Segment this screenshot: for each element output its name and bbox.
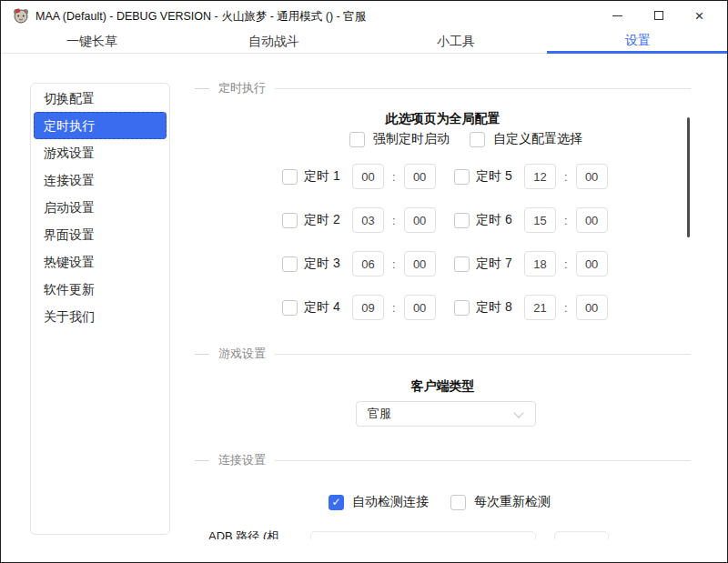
tab-settings[interactable]: 设置 <box>547 30 728 54</box>
timer-checkbox[interactable] <box>454 300 470 316</box>
connection-options-row: ✓ 自动检测连接 每次重新检测 <box>329 494 551 510</box>
timer-checkbox[interactable] <box>454 213 470 228</box>
settings-content: 定时执行 此选项页为全局配置 强制定时启动 自定义配置选择 定时 1:定时 5:… <box>1 54 728 539</box>
section-header-connection: 连接设置 <box>195 453 691 467</box>
app-logo-icon <box>13 7 29 24</box>
checkbox-icon[interactable] <box>470 132 485 147</box>
checkbox-icon[interactable] <box>450 495 466 510</box>
timer-checkbox[interactable] <box>282 213 298 228</box>
timer-label: 定时 4 <box>304 299 346 316</box>
time-colon: : <box>564 257 568 271</box>
timer-checkbox[interactable] <box>454 256 470 272</box>
timer-minute-input[interactable] <box>576 207 608 233</box>
checkbox-icon[interactable] <box>349 132 365 147</box>
timer-checkbox[interactable] <box>282 169 298 185</box>
minimize-button[interactable] <box>597 1 638 30</box>
time-colon: : <box>392 257 396 271</box>
custom-config-select-option[interactable]: 自定义配置选择 <box>470 131 582 147</box>
time-colon: : <box>564 301 568 315</box>
timer-cell: 定时 1: <box>282 164 436 189</box>
section-header-game: 游戏设置 <box>195 347 691 361</box>
timer-minute-input[interactable] <box>404 251 436 276</box>
time-colon: : <box>392 301 396 315</box>
vertical-scrollbar[interactable] <box>687 117 690 237</box>
timer-checkbox[interactable] <box>454 169 470 185</box>
time-colon: : <box>564 170 568 184</box>
time-colon: : <box>564 214 568 227</box>
timer-minute-input[interactable] <box>404 295 436 320</box>
adb-path-secondary-input[interactable] <box>554 531 609 539</box>
window-controls: × <box>597 1 720 30</box>
timer-minute-input[interactable] <box>404 164 436 189</box>
timer-hour-input[interactable] <box>524 207 556 233</box>
tab-tools[interactable]: 小工具 <box>365 30 547 54</box>
chevron-down-icon <box>513 407 523 417</box>
tab-battle[interactable]: 自动战斗 <box>183 30 365 54</box>
timer-label: 定时 1 <box>304 168 346 185</box>
redetect-every-time-option[interactable]: 每次重新检测 <box>450 494 551 510</box>
minimize-icon <box>612 15 622 16</box>
option-label: 自动检测连接 <box>352 494 429 510</box>
app-window: MAA (Default) - DEBUG VERSION - 火山旅梦 - 通… <box>0 0 728 563</box>
timer-label: 定时 2 <box>304 212 346 228</box>
timer-label: 定时 3 <box>304 256 346 272</box>
close-button[interactable]: × <box>679 1 720 30</box>
title-bar: MAA (Default) - DEBUG VERSION - 火山旅梦 - 通… <box>1 1 727 30</box>
close-icon: × <box>695 8 704 24</box>
time-colon: : <box>392 170 396 184</box>
section-header-scheduling: 定时执行 <box>195 81 691 96</box>
timer-label: 定时 7 <box>476 256 518 272</box>
timer-cell: 定时 3: <box>282 251 436 276</box>
timer-hour-input[interactable] <box>524 164 556 189</box>
timer-cell: 定时 4: <box>282 295 436 320</box>
timer-cell: 定时 6: <box>454 207 608 233</box>
timer-checkbox[interactable] <box>282 300 298 316</box>
adb-path-input[interactable] <box>310 531 536 539</box>
option-label: 强制定时启动 <box>373 131 450 147</box>
timer-hour-input[interactable] <box>352 295 384 320</box>
timer-label: 定时 8 <box>476 299 518 316</box>
timer-cell: 定时 5: <box>454 164 608 189</box>
timer-hour-input[interactable] <box>524 295 556 320</box>
option-label: 自定义配置选择 <box>493 131 582 147</box>
client-type-label: 客户端类型 <box>195 378 691 395</box>
timer-minute-input[interactable] <box>404 207 436 233</box>
tab-bar: 一键长草自动战斗小工具设置 <box>1 30 728 54</box>
timer-minute-input[interactable] <box>576 251 608 276</box>
timer-hour-input[interactable] <box>524 251 556 276</box>
timer-minute-input[interactable] <box>576 164 608 189</box>
timer-hour-input[interactable] <box>352 251 384 276</box>
timer-minute-input[interactable] <box>576 295 608 320</box>
timer-cell: 定时 8: <box>454 295 608 320</box>
timer-cell: 定时 7: <box>454 251 608 276</box>
window-title: MAA (Default) - DEBUG VERSION - 火山旅梦 - 通… <box>35 9 366 25</box>
scheduling-options-row: 强制定时启动 自定义配置选择 <box>349 131 582 147</box>
time-colon: : <box>392 214 396 227</box>
timer-checkbox[interactable] <box>282 256 298 272</box>
timer-cell: 定时 2: <box>282 207 436 233</box>
timer-label: 定时 5 <box>476 168 518 185</box>
maximize-button[interactable] <box>638 1 679 30</box>
client-type-value: 官服 <box>368 406 391 422</box>
option-label: 每次重新检测 <box>474 494 551 510</box>
timer-hour-input[interactable] <box>352 164 384 189</box>
adb-path-label: ADB 路径 (相 <box>208 528 278 539</box>
maximize-icon <box>654 11 663 20</box>
global-config-note: 此选项页为全局配置 <box>195 111 691 127</box>
force-scheduled-start-option[interactable]: 强制定时启动 <box>349 131 450 147</box>
auto-detect-connection-option[interactable]: ✓ 自动检测连接 <box>329 494 429 510</box>
timer-label: 定时 6 <box>476 212 518 228</box>
client-type-select[interactable]: 官服 <box>356 401 536 427</box>
tab-farming[interactable]: 一键长草 <box>1 30 183 54</box>
checkbox-icon[interactable]: ✓ <box>329 495 344 510</box>
timer-hour-input[interactable] <box>352 207 384 233</box>
